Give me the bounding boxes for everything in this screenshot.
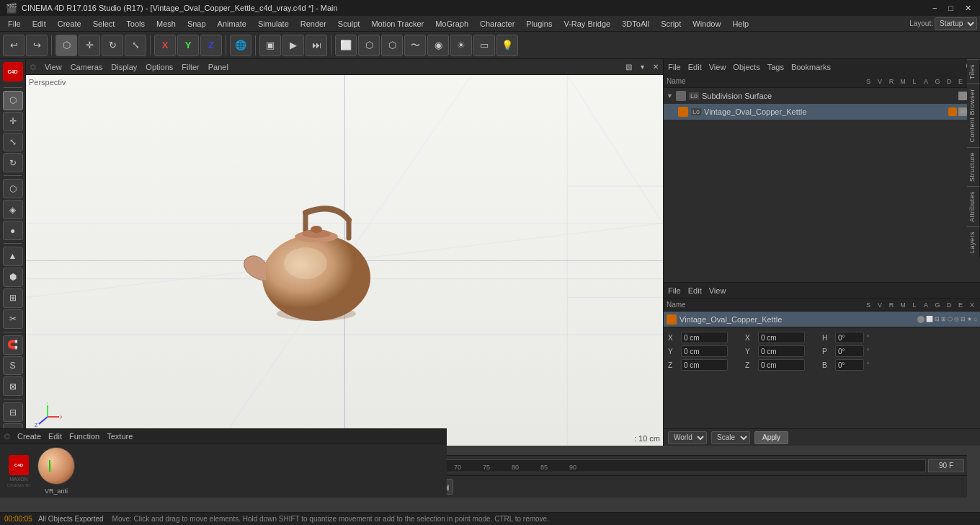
- menu-select[interactable]: Select: [88, 18, 120, 30]
- vp-view-menu[interactable]: View: [45, 63, 62, 71]
- spline-btn[interactable]: 〜: [404, 35, 426, 56]
- y-pos-field[interactable]: [681, 345, 728, 357]
- side-tab-layers[interactable]: Layers: [967, 226, 980, 257]
- menu-help[interactable]: Help: [727, 18, 754, 30]
- vp-panel-menu[interactable]: Panel: [208, 63, 228, 71]
- mat-edit-menu[interactable]: Edit: [48, 432, 62, 441]
- cube-btn[interactable]: ⬜: [335, 35, 357, 56]
- apply-button[interactable]: Apply: [754, 431, 788, 444]
- z-axis-btn[interactable]: Z: [200, 35, 222, 56]
- obj-edit-menu[interactable]: Edit: [688, 63, 702, 71]
- mat-texture-menu[interactable]: Texture: [107, 432, 133, 441]
- model-mode-btn[interactable]: ⬡: [55, 35, 77, 56]
- unwrap-btn[interactable]: ⊠: [3, 376, 23, 396]
- side-tab-content-browser[interactable]: Content Browser: [967, 84, 980, 147]
- attrs-file-menu[interactable]: File: [668, 286, 681, 295]
- menu-animate[interactable]: Animate: [213, 18, 251, 30]
- attrs-edit-menu[interactable]: Edit: [688, 286, 702, 295]
- x-axis-btn[interactable]: X: [154, 35, 176, 56]
- menu-simulate[interactable]: Simulate: [253, 18, 294, 30]
- y-axis-btn[interactable]: Y: [177, 35, 199, 56]
- maximize-btn[interactable]: □: [945, 4, 956, 13]
- vr-material-ball[interactable]: [37, 447, 75, 485]
- minimize-btn[interactable]: −: [930, 4, 940, 13]
- menu-sculpt[interactable]: Sculpt: [333, 18, 365, 30]
- side-tab-attributes[interactable]: Attributes: [967, 186, 980, 226]
- vp-cameras-menu[interactable]: Cameras: [71, 63, 103, 71]
- edge-tool-btn[interactable]: ◈: [3, 200, 23, 219]
- vp-options-menu[interactable]: Options: [146, 63, 173, 71]
- world-coord-btn[interactable]: 🌐: [230, 35, 251, 56]
- rotate-btn[interactable]: ↻: [102, 35, 123, 56]
- point-tool-btn[interactable]: ●: [3, 221, 23, 240]
- vp-minimize[interactable]: ▾: [641, 63, 644, 71]
- menu-mesh[interactable]: Mesh: [151, 18, 181, 30]
- move-tool-btn[interactable]: ✛: [3, 112, 23, 131]
- obj-bookmarks-menu[interactable]: Bookmarks: [791, 63, 831, 71]
- obj-tags-menu[interactable]: Tags: [767, 63, 784, 71]
- menu-character[interactable]: Character: [475, 18, 520, 30]
- x-rot-field[interactable]: [758, 332, 805, 343]
- layer-btn[interactable]: ⊟: [3, 402, 23, 422]
- knife-btn[interactable]: ✂: [3, 309, 23, 329]
- menu-3dtoall[interactable]: 3DToAll: [617, 18, 654, 30]
- render-view-btn[interactable]: ▶: [282, 35, 304, 56]
- menu-render[interactable]: Render: [295, 18, 331, 30]
- close-btn[interactable]: ✕: [962, 4, 974, 13]
- polygon-tool-btn[interactable]: ⬡: [3, 179, 23, 198]
- x-pos-field[interactable]: [681, 332, 728, 343]
- deformer-btn[interactable]: ⬡: [381, 35, 403, 56]
- mat-create-menu[interactable]: Create: [17, 432, 41, 441]
- obj-file-menu[interactable]: File: [668, 63, 681, 71]
- menu-window[interactable]: Window: [687, 18, 726, 30]
- object-row-subdivision[interactable]: ▼ Lo Subdivision Surface ✓: [664, 88, 980, 104]
- undo-btn[interactable]: ↩: [3, 35, 24, 56]
- vp-display-menu[interactable]: Display: [111, 63, 137, 71]
- obj-objects-menu[interactable]: Objects: [733, 63, 760, 71]
- redo-btn[interactable]: ↪: [26, 35, 48, 56]
- menu-script[interactable]: Script: [656, 18, 686, 30]
- z-pos-field[interactable]: [681, 359, 728, 371]
- floor-btn[interactable]: ▭: [473, 35, 495, 56]
- attrs-view-menu[interactable]: View: [709, 286, 726, 295]
- s-btn[interactable]: S: [3, 356, 23, 376]
- vp-maximize[interactable]: ▧: [625, 63, 632, 71]
- obj-view-menu[interactable]: View: [709, 63, 726, 71]
- subdiv-vis-toggle[interactable]: [958, 92, 967, 100]
- attrs-kettle-row[interactable]: Vintage_Oval_Copper_Kettle ⬜ ⊟ ⊞ ⬡ ◎ ⊟ ★…: [664, 312, 980, 327]
- menu-motion-tracker[interactable]: Motion Tracker: [366, 18, 429, 30]
- scale-btn[interactable]: ⤡: [125, 35, 146, 56]
- mat-function-menu[interactable]: Function: [69, 432, 99, 441]
- select-tool-btn[interactable]: ⬡: [3, 91, 23, 110]
- scale-tool-btn[interactable]: ⤡: [3, 133, 23, 152]
- menu-tools[interactable]: Tools: [121, 18, 150, 30]
- side-tab-tiles[interactable]: Tiles: [967, 59, 980, 84]
- world-select[interactable]: World: [668, 431, 707, 444]
- menu-mograph[interactable]: MoGraph: [430, 18, 473, 30]
- camera-btn[interactable]: ◉: [427, 35, 449, 56]
- z-rot-field[interactable]: [758, 359, 805, 371]
- scale-select[interactable]: Scale: [711, 431, 750, 444]
- viewport-canvas[interactable]: Perspectiv: [26, 75, 663, 446]
- move-btn[interactable]: ✛: [79, 35, 100, 56]
- menu-edit[interactable]: Edit: [27, 18, 51, 30]
- rotate-tool-btn[interactable]: ↻: [3, 153, 23, 172]
- vp-filter-menu[interactable]: Filter: [182, 63, 199, 71]
- p-field[interactable]: [835, 345, 864, 357]
- y-rot-field[interactable]: [758, 345, 805, 357]
- nurbs-btn[interactable]: ⬡: [358, 35, 380, 56]
- b-field[interactable]: [835, 359, 864, 371]
- magnet-btn[interactable]: 🧲: [3, 335, 23, 355]
- layout-select[interactable]: Startup: [935, 17, 977, 30]
- light-btn[interactable]: ☀: [450, 35, 472, 56]
- vp-close[interactable]: ✕: [653, 63, 659, 71]
- menu-plugins[interactable]: Plugins: [521, 18, 557, 30]
- render-to-po-btn[interactable]: ⏭: [306, 35, 327, 56]
- side-tab-structure[interactable]: Structure: [967, 147, 980, 186]
- menu-file[interactable]: File: [3, 18, 26, 30]
- bridge-btn[interactable]: ⊞: [3, 288, 23, 308]
- menu-create[interactable]: Create: [53, 18, 86, 30]
- h-field[interactable]: [835, 332, 864, 343]
- render-region-btn[interactable]: ▣: [259, 35, 281, 56]
- extrude-btn[interactable]: ▲: [3, 247, 23, 266]
